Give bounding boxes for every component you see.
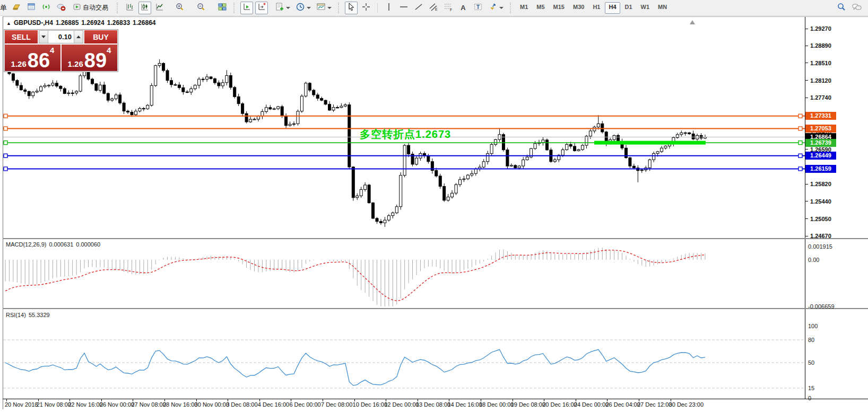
sell-button[interactable]: SELL — [5, 30, 38, 43]
timeframe-button-m1[interactable]: M1 — [516, 2, 532, 14]
time-tick-label: 20 Dec 16:00 — [542, 401, 577, 408]
volume-decrease-button[interactable] — [39, 31, 48, 43]
timeframe-button-m5[interactable]: M5 — [533, 2, 548, 14]
volume-stepper: 0.10 — [39, 30, 83, 43]
candlestick-button[interactable] — [138, 2, 151, 14]
rsi-panel[interactable] — [3, 309, 805, 399]
price-tick — [805, 46, 808, 46]
horizontal-line-icon — [399, 2, 409, 13]
periods-button[interactable] — [294, 2, 313, 14]
history-center-button[interactable] — [55, 2, 67, 14]
price-tick — [805, 63, 808, 63]
time-tick-label: 6 Dec 00:00 — [289, 401, 320, 408]
add-indicator-icon — [275, 2, 284, 13]
price-tick — [805, 236, 808, 236]
main-toolbar: 单 自动交易 — [0, 0, 868, 16]
svg-text:E: E — [435, 7, 438, 11]
triangle-down-icon — [41, 36, 46, 38]
trendline-button[interactable] — [412, 2, 425, 14]
market-watch-button[interactable] — [10, 2, 23, 14]
autotrading-toggle[interactable]: 自动交易 — [70, 2, 112, 14]
indicator-axis-label: 15 — [808, 385, 814, 391]
chevron-down-icon — [499, 7, 504, 9]
volume-input[interactable]: 0.10 — [48, 31, 74, 43]
chart-shift-button[interactable] — [255, 2, 268, 14]
template-icon — [316, 2, 326, 13]
timeframe-button-h1[interactable]: H1 — [589, 2, 604, 14]
data-window-icon — [27, 2, 36, 13]
timeframe-toolbar: M1M5M15M30H1H4D1W1MN — [516, 2, 671, 14]
toolbar-separator — [377, 3, 378, 13]
add-indicator-button[interactable] — [273, 2, 292, 14]
buy-button[interactable]: BUY — [84, 30, 117, 43]
line-chart-icon — [155, 2, 164, 13]
price-tick — [805, 149, 808, 150]
time-tick-label: 30 Nov 00:00 — [195, 401, 229, 408]
timeframe-button-mn[interactable]: MN — [654, 2, 671, 14]
chat-button[interactable] — [850, 2, 864, 14]
price-tag: 1.26739 — [805, 139, 836, 147]
data-window-button[interactable] — [25, 2, 38, 14]
template-button[interactable] — [315, 2, 333, 14]
sell-price-big: 86 — [28, 51, 50, 69]
chevron-down-icon — [286, 7, 290, 9]
indicator-axis-label: 0.001915 — [808, 243, 832, 250]
vertical-line-button[interactable] — [383, 2, 395, 14]
price-tick — [805, 80, 808, 81]
sell-price-small: 1.26 — [11, 59, 27, 69]
timeframe-button-m15[interactable]: M15 — [550, 2, 568, 14]
tile-windows-icon — [218, 2, 227, 13]
auto-scroll-button[interactable] — [240, 2, 253, 14]
sell-price-pip: 4 — [50, 46, 54, 55]
line-chart-button[interactable] — [153, 2, 166, 14]
cursor-button[interactable] — [345, 2, 358, 14]
arrows-button[interactable] — [487, 2, 505, 14]
bar-chart-icon — [125, 2, 135, 13]
toolbar-grip — [338, 3, 340, 13]
volume-increase-button[interactable] — [74, 31, 83, 43]
search-icon — [837, 2, 846, 13]
signal-icon — [41, 2, 51, 13]
chart-shift-icon — [257, 2, 266, 13]
bar-chart-button[interactable] — [124, 2, 136, 14]
signal-button[interactable] — [40, 2, 53, 14]
zoom-in-button[interactable] — [173, 2, 186, 14]
svg-text:T: T — [476, 4, 480, 10]
collapse-icon[interactable]: ▲ — [6, 21, 11, 26]
cursor-icon — [346, 2, 356, 13]
price-tag: 1.27053 — [805, 125, 836, 133]
zoom-out-button[interactable] — [195, 2, 207, 14]
text-label-button[interactable]: T — [472, 2, 484, 14]
macd-label: MACD(12,26,9)0.0006310.000060 — [6, 241, 100, 248]
price-tick — [805, 218, 808, 219]
buy-price-panel[interactable]: 1.26 89 4 — [62, 45, 117, 71]
chart-shift-marker[interactable] — [690, 20, 695, 24]
chart-title: ▲ GBPUSD-,H4 1.26885 1.26924 1.26833 1.2… — [6, 19, 156, 27]
toolbar-grip — [117, 3, 119, 13]
price-tick-label: 1.28510 — [810, 60, 831, 66]
timeframe-button-w1[interactable]: W1 — [637, 2, 654, 14]
new-order-button[interactable]: 单 — [0, 3, 7, 13]
horizontal-line-button[interactable] — [397, 2, 410, 14]
turning-point-annotation[interactable]: 多空转折点1.2673 — [360, 127, 451, 142]
time-tick-label: 27 Dec 12:00 — [637, 401, 672, 408]
fibonacci-button[interactable]: F — [442, 2, 455, 14]
auto-scroll-icon — [242, 2, 251, 13]
text-button[interactable]: A — [457, 2, 470, 14]
crosshair-button[interactable] — [360, 2, 372, 14]
mt4-terminal: 单 自动交易 — [0, 0, 868, 413]
channel-button[interactable]: E — [427, 2, 440, 14]
search-button[interactable] — [835, 2, 848, 14]
macd-panel[interactable] — [3, 239, 805, 307]
timeframe-button-h4[interactable]: H4 — [605, 2, 620, 14]
candlestick-icon — [140, 2, 150, 13]
time-tick-label: 19 Dec 08:00 — [511, 401, 545, 408]
chevron-down-icon — [307, 7, 311, 9]
tile-windows-button[interactable] — [216, 2, 229, 14]
price-tag: 1.26449 — [805, 152, 836, 160]
timeframe-button-d1[interactable]: D1 — [621, 2, 636, 14]
rsi-label: RSI(14)55.3329 — [6, 312, 50, 318]
timeframe-button-m30[interactable]: M30 — [569, 2, 588, 14]
sell-price-panel[interactable]: 1.26 86 4 — [5, 45, 60, 71]
one-click-trading-panel: SELL 0.10 BUY 1.26 86 4 1.26 89 4 — [4, 29, 118, 72]
